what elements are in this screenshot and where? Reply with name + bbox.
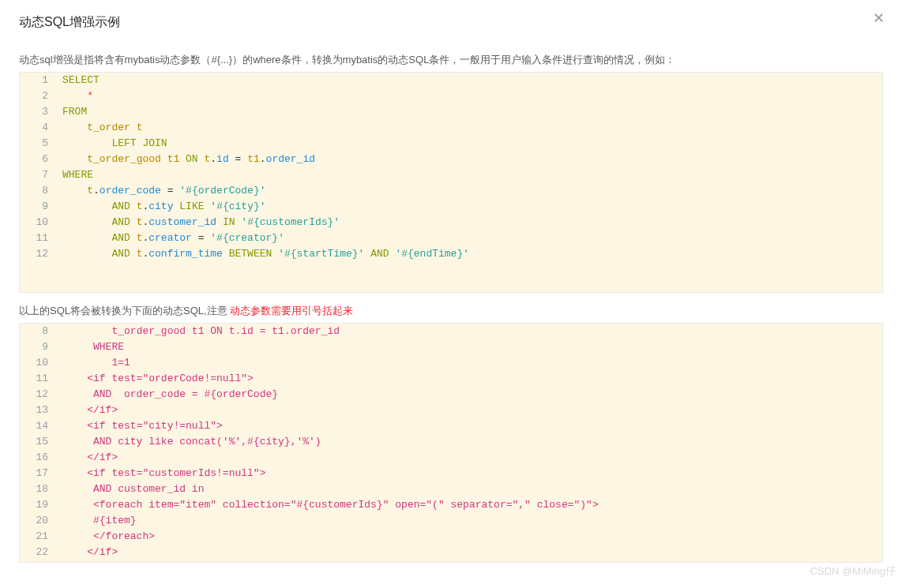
code-text: t.order_code = '#{orderCode}' xyxy=(58,183,882,199)
code-text: #{item} xyxy=(58,513,882,529)
code-line: 10 1=1 xyxy=(20,355,882,371)
code-text: t_order t xyxy=(58,120,882,136)
code-text: LEFT JOIN xyxy=(58,136,882,152)
code-text: FROM xyxy=(58,104,882,120)
line-number: 6 xyxy=(20,152,58,167)
code-line: 17 <if test="customerIds!=null"> xyxy=(20,466,882,481)
code-text: <if test="city!=null"> xyxy=(58,418,882,434)
code-text: <if test="orderCode!=null"> xyxy=(58,371,882,387)
line-number: 20 xyxy=(20,513,58,529)
line-number: 22 xyxy=(20,545,58,560)
code-text: </if> xyxy=(58,450,882,466)
code-block-2[interactable]: 8 t_order_good t1 ON t.id = t1.order_id9… xyxy=(19,323,883,563)
code-line: 1SELECT xyxy=(20,73,882,88)
line-number: 14 xyxy=(20,418,58,434)
code-line: 9 AND t.city LIKE '#{city}' xyxy=(20,199,882,215)
code-line: 14 <if test="city!=null"> xyxy=(20,418,882,434)
line-number: 8 xyxy=(20,324,58,339)
section2-desc: 以上的SQL将会被转换为下面的动态SQL,注意 动态参数需要用引号括起来 xyxy=(19,304,883,318)
line-number: 12 xyxy=(20,246,58,262)
code-line: 12 AND t.confirm_time BETWEEN '#{startTi… xyxy=(20,246,882,262)
line-number: 9 xyxy=(20,339,58,355)
code-line: 19 <foreach item="item" collection="#{cu… xyxy=(20,497,882,513)
line-number: 11 xyxy=(20,371,58,387)
line-number: 19 xyxy=(20,497,58,513)
line-number: 15 xyxy=(20,434,58,450)
code-text: AND t.customer_id IN '#{customerIds}' xyxy=(58,215,882,230)
code-line: 11 <if test="orderCode!=null"> xyxy=(20,371,882,387)
code-line: 8 t_order_good t1 ON t.id = t1.order_id xyxy=(20,324,882,339)
line-number: 7 xyxy=(20,167,58,183)
line-number: 2 xyxy=(20,88,58,104)
code-line: 9 WHERE xyxy=(20,339,882,355)
code-text: AND city like concat('%',#{city},'%') xyxy=(58,434,882,450)
line-number: 10 xyxy=(20,215,58,230)
code-line: 8 t.order_code = '#{orderCode}' xyxy=(20,183,882,199)
line-number: 4 xyxy=(20,120,58,136)
line-number: 17 xyxy=(20,466,58,481)
code-line: 7WHERE xyxy=(20,167,882,183)
code-text: </if> xyxy=(58,545,882,560)
code-line: 13 </if> xyxy=(20,403,882,418)
code-text: </foreach> xyxy=(58,529,882,545)
code-text: AND t.creator = '#{creator}' xyxy=(58,230,882,246)
code-line: 5 LEFT JOIN xyxy=(20,136,882,152)
code-text: WHERE xyxy=(58,167,882,183)
line-number: 18 xyxy=(20,481,58,497)
code-text: AND t.city LIKE '#{city}' xyxy=(58,199,882,215)
code-line: 12 AND order_code = #{orderCode} xyxy=(20,387,882,403)
modal: 动态SQL增强示例 ✕ 动态sql增强是指将含有mybatis动态参数（#{..… xyxy=(0,0,902,582)
code-text: WHERE xyxy=(58,339,882,355)
line-number: 13 xyxy=(20,403,58,418)
line-number: 10 xyxy=(20,355,58,371)
code-text: 1=1 xyxy=(58,355,882,371)
code-text: * xyxy=(58,88,882,104)
line-number: 12 xyxy=(20,387,58,403)
close-icon[interactable]: ✕ xyxy=(873,11,885,25)
section2-desc-warn: 动态参数需要用引号括起来 xyxy=(230,305,353,316)
code-text: t_order_good t1 ON t.id = t1.order_id xyxy=(58,152,882,167)
line-number: 9 xyxy=(20,199,58,215)
code-line: 4 t_order t xyxy=(20,120,882,136)
modal-title: 动态SQL增强示例 xyxy=(19,14,883,31)
code-line: 16 </if> xyxy=(20,450,882,466)
code-text: AND customer_id in xyxy=(58,481,882,497)
code-line: 22 </if> xyxy=(20,545,882,560)
section2-desc-pre: 以上的SQL将会被转换为下面的动态SQL,注意 xyxy=(19,305,230,316)
line-number: 16 xyxy=(20,450,58,466)
code-text: AND order_code = #{orderCode} xyxy=(58,387,882,403)
code-text: <foreach item="item" collection="#{custo… xyxy=(58,497,882,513)
line-number: 1 xyxy=(20,73,58,88)
line-number: 11 xyxy=(20,230,58,246)
line-number: 3 xyxy=(20,104,58,120)
code-text: AND t.confirm_time BETWEEN '#{startTime}… xyxy=(58,246,882,262)
code-line: 21 </foreach> xyxy=(20,529,882,545)
code-line: 11 AND t.creator = '#{creator}' xyxy=(20,230,882,246)
code-text: </if> xyxy=(58,403,882,418)
code-line: 20 #{item} xyxy=(20,513,882,529)
line-number: 5 xyxy=(20,136,58,152)
code-line: 10 AND t.customer_id IN '#{customerIds}' xyxy=(20,215,882,230)
code-text: t_order_good t1 ON t.id = t1.order_id xyxy=(58,324,882,339)
code-line: 2 * xyxy=(20,88,882,104)
code-text: SELECT xyxy=(58,73,882,88)
line-number: 21 xyxy=(20,529,58,545)
code-line: 3FROM xyxy=(20,104,882,120)
code-text: <if test="customerIds!=null"> xyxy=(58,466,882,481)
line-number: 8 xyxy=(20,183,58,199)
code-line: 15 AND city like concat('%',#{city},'%') xyxy=(20,434,882,450)
code-block-1[interactable]: 1SELECT2 *3FROM4 t_order t5 LEFT JOIN6 t… xyxy=(19,72,883,293)
code-line: 18 AND customer_id in xyxy=(20,481,882,497)
section1-desc: 动态sql增强是指将含有mybatis动态参数（#{...}）的where条件，… xyxy=(19,53,883,67)
code-line: 6 t_order_good t1 ON t.id = t1.order_id xyxy=(20,152,882,167)
